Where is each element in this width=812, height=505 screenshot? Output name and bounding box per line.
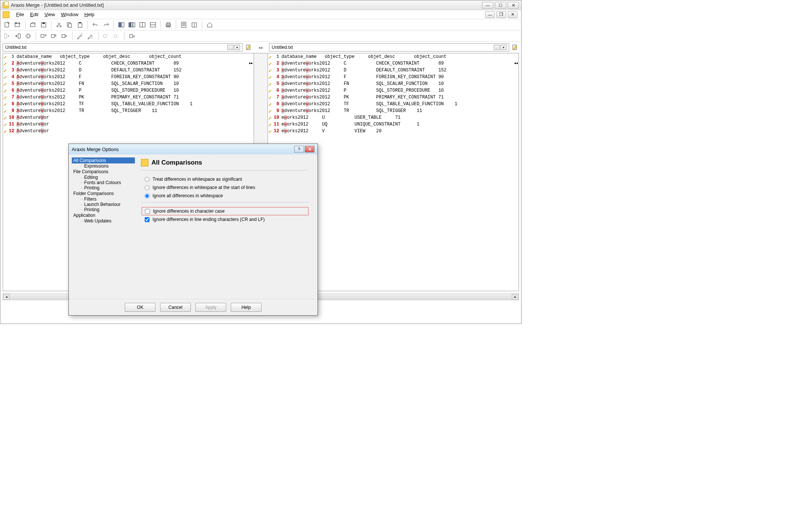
right-edit-icon[interactable] bbox=[511, 44, 519, 51]
maximize-button[interactable]: ☐ bbox=[495, 2, 506, 9]
merge-right-icon[interactable] bbox=[3, 32, 12, 41]
check-ignore-line-endings[interactable]: Ignore differences in line ending charac… bbox=[141, 215, 308, 224]
print-icon[interactable] bbox=[164, 20, 173, 29]
line-number: 11 bbox=[8, 122, 17, 127]
undo-icon[interactable] bbox=[91, 20, 100, 29]
code-line[interactable]: 7adventureworks2012 PK PRIMARY_KEY_CONST… bbox=[268, 94, 519, 101]
dialog-close-button[interactable]: ✕ bbox=[305, 146, 315, 153]
line-number: 4 bbox=[273, 74, 281, 80]
mdi-restore-button[interactable]: ❐ bbox=[496, 11, 506, 18]
code-line[interactable]: 12AdventureWor bbox=[3, 128, 254, 135]
merge-left-arrow-icon[interactable]: ◂◂ bbox=[514, 61, 518, 65]
menu-help[interactable]: Help bbox=[82, 11, 98, 18]
code-line[interactable]: 3AdventureWorks2012 D DEFAULT_CONSTRAINT… bbox=[3, 67, 254, 74]
cancel-button[interactable]: Cancel bbox=[160, 303, 191, 312]
code-line[interactable]: 5AdventureWorks2012 FN SQL_SCALAR_FUNCTI… bbox=[3, 80, 254, 87]
tree-printing[interactable]: ⋯Printing bbox=[79, 185, 101, 191]
redo-icon[interactable] bbox=[101, 20, 110, 29]
horizontal-split-icon[interactable] bbox=[148, 20, 157, 29]
right-path-more-button[interactable]: ... bbox=[494, 45, 500, 50]
code-line[interactable]: 8AdventureWorks2012 TF SQL_TABLE_VALUED_… bbox=[3, 101, 254, 107]
ok-button[interactable]: OK bbox=[125, 303, 156, 312]
merge-right-arrow-icon[interactable]: ▸▸ bbox=[249, 61, 253, 65]
dialog-help-button[interactable]: ? bbox=[294, 146, 304, 153]
radio-whitespace-start[interactable]: Ignore differences in whitespace at the … bbox=[141, 183, 308, 192]
radio-whitespace-significant[interactable]: Treat differences in whitespace as signi… bbox=[141, 175, 308, 183]
line-number: 7 bbox=[273, 95, 281, 100]
code-line[interactable]: 10eworks2012 U USER_TABLE 71 bbox=[268, 114, 519, 121]
code-line[interactable]: 11AdventureWor bbox=[3, 121, 254, 128]
three-way-icon[interactable] bbox=[127, 20, 136, 29]
cut-icon[interactable] bbox=[54, 20, 64, 29]
apply-button[interactable]: Apply bbox=[195, 303, 226, 312]
copy-icon[interactable] bbox=[65, 20, 74, 29]
tree-folder-comparisons[interactable]: Folder Comparisons bbox=[72, 191, 135, 197]
code-line[interactable]: 9AdventureWorks2012 TR SQL_TRIGGER 11 bbox=[3, 107, 254, 114]
options-dialog: Araxis Merge Options ? ✕ All Comparisons… bbox=[68, 144, 318, 316]
tree-file-comparisons[interactable]: File Comparisons bbox=[72, 169, 135, 175]
left-path-dropdown-button[interactable]: ▾ bbox=[234, 45, 240, 50]
code-line[interactable]: 9adventureworks2012 TR SQL_TRIGGER 11 bbox=[268, 107, 519, 114]
code-line[interactable]: 8adventureworks2012 TF SQL_TABLE_VALUED_… bbox=[268, 101, 519, 107]
radio-whitespace-all[interactable]: Ignore all differences in whitespace bbox=[141, 192, 308, 200]
left-edit-icon[interactable] bbox=[245, 44, 253, 51]
scroll-right-button[interactable]: ▸ bbox=[512, 294, 519, 300]
pencil-icon bbox=[268, 116, 273, 119]
save-icon[interactable] bbox=[39, 20, 48, 29]
tree-application[interactable]: Application bbox=[72, 212, 135, 218]
mdi-close-button[interactable]: ✕ bbox=[508, 11, 517, 18]
right-file-path[interactable]: Untitled.txt ...▾ bbox=[269, 43, 509, 51]
code-line[interactable]: 3adventureworks2012 D DEFAULT_CONSTRAINT… bbox=[268, 67, 519, 74]
close-button[interactable]: ✕ bbox=[508, 2, 519, 9]
code-line[interactable]: 5adventureworks2012 FN SQL_SCALAR_FUNCTI… bbox=[268, 80, 519, 87]
right-path-dropdown-button[interactable]: ▾ bbox=[501, 45, 507, 50]
help-button[interactable]: Help bbox=[231, 303, 262, 312]
scroll-left-button[interactable]: ◂ bbox=[3, 294, 10, 300]
box-down-icon[interactable] bbox=[60, 32, 69, 41]
box-plus-icon[interactable]: ± bbox=[39, 32, 48, 41]
options-icon[interactable] bbox=[179, 20, 188, 29]
two-way-icon[interactable] bbox=[117, 20, 126, 29]
tree-expressions[interactable]: ⋯Expressions bbox=[79, 163, 110, 169]
code-line[interactable]: 6adventureworks2012 P SQL_STORED_PROCEDU… bbox=[268, 87, 519, 94]
box-up-icon[interactable] bbox=[50, 32, 59, 41]
merge-both-icon[interactable] bbox=[24, 32, 33, 41]
code-line[interactable]: 6AdventureWorks2012 P SQL_STORED_PROCEDU… bbox=[3, 87, 254, 94]
code-line[interactable]: 4adventureworks2012 F FOREIGN_KEY_CONSTR… bbox=[268, 74, 519, 80]
vertical-split-icon[interactable] bbox=[138, 20, 147, 29]
left-file-path[interactable]: Untitled.txt ...▾ bbox=[3, 43, 243, 51]
tree-web-updates[interactable]: ⋯Web Updates bbox=[79, 218, 113, 224]
mdi-minimize-button[interactable]: — bbox=[485, 11, 495, 18]
menu-edit[interactable]: Edit bbox=[27, 11, 41, 18]
home-icon[interactable] bbox=[205, 20, 214, 29]
code-line[interactable]: 1database_name object_type objet_desc ob… bbox=[3, 53, 254, 60]
check-ignore-case[interactable]: Ignore differences in character case bbox=[142, 207, 308, 215]
code-line[interactable]: 7AdventureWorks2012 PK PRIMARY_KEY_CONST… bbox=[3, 94, 254, 101]
tree-all-comparisons[interactable]: All Comparisons bbox=[72, 157, 135, 163]
clear-icon[interactable]: × bbox=[127, 32, 136, 41]
tree-printing-2[interactable]: ⋯Printing bbox=[79, 207, 101, 213]
new-file-comparison-icon[interactable] bbox=[3, 20, 12, 29]
merge-left-icon[interactable] bbox=[13, 32, 22, 41]
open-icon[interactable] bbox=[29, 20, 38, 29]
left-path-more-button[interactable]: ... bbox=[227, 45, 233, 50]
code-line[interactable]: 2AdventureWorks2012 C CHECK_CONSTRAINT 8… bbox=[3, 60, 254, 67]
svg-rect-22 bbox=[167, 23, 170, 24]
new-folder-comparison-icon[interactable] bbox=[13, 20, 22, 29]
code-line[interactable]: 1database_name object_type objet_desc ob… bbox=[268, 53, 519, 60]
code-line[interactable]: 2adventureworks2012 C CHECK_CONSTRAINT 8… bbox=[268, 60, 519, 67]
minimize-button[interactable]: — bbox=[482, 2, 493, 9]
menu-window[interactable]: Window bbox=[58, 11, 81, 18]
code-line[interactable]: 11eworks2012 UQ UNIQUE_CONSTRAINT 1 bbox=[268, 121, 519, 128]
book-icon[interactable] bbox=[190, 20, 199, 29]
circle-down-icon[interactable]: ↓ bbox=[112, 32, 121, 41]
menu-view[interactable]: View bbox=[41, 11, 58, 18]
circle-up-icon[interactable]: ↑ bbox=[101, 32, 110, 41]
code-line[interactable]: 4AdventureWorks2012 F FOREIGN_KEY_CONSTR… bbox=[3, 74, 254, 80]
code-line[interactable]: 10AdventureWor bbox=[3, 114, 254, 121]
code-line[interactable]: 12eworks2012 V VIEW 20 bbox=[268, 128, 519, 135]
paste-icon[interactable] bbox=[76, 20, 85, 29]
menu-file[interactable]: File bbox=[13, 11, 27, 18]
edit-pencil-bottom-icon[interactable]: ↓ bbox=[86, 32, 95, 41]
edit-pencil-top-icon[interactable]: ↑ bbox=[76, 32, 85, 41]
